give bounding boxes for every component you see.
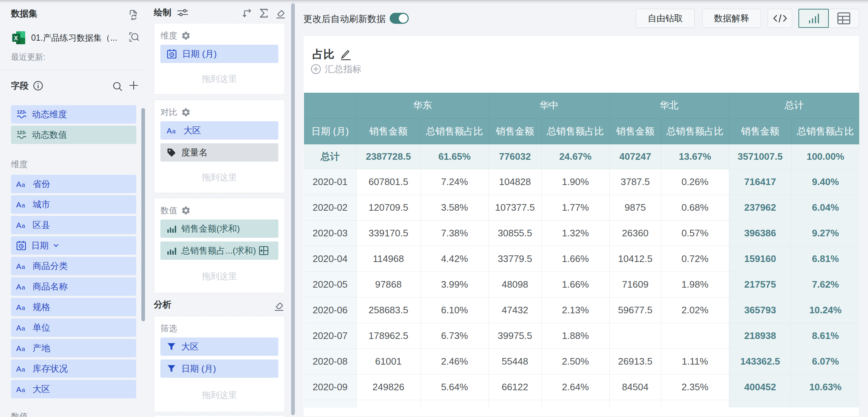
column-header[interactable]: 销售金额 [356,118,420,144]
svg-text:a: a [22,387,25,394]
field-label: 规格 [33,301,50,313]
chart-view-button[interactable] [798,9,829,28]
fields-title: 字段 [11,80,43,92]
table-cell [729,400,791,407]
table-cell: 24.67% [541,144,609,169]
field-search-icon[interactable] [112,81,123,92]
sidebar-field-item[interactable]: Aa库存状况 [11,359,136,378]
sidebar-field-item[interactable]: Aa商品名称 [11,277,136,296]
sidebar-field-item[interactable]: 日期 [11,236,136,255]
sigma-icon[interactable] [259,8,269,19]
table-view-button[interactable] [829,9,859,28]
table-cell: 159160 [729,246,791,272]
info-icon[interactable] [33,81,43,91]
filter-dropzone[interactable]: 筛选大区日期 (月)拖到这里 [154,316,285,412]
column-header[interactable]: 总销售额占比 [420,118,489,144]
svg-text:123: 123 [17,130,25,135]
compare-dropzone[interactable]: 对比Aa大区度量名拖到这里 [154,100,285,193]
field-label: 商品名称 [33,281,68,292]
gear-icon[interactable] [181,107,191,117]
row-header[interactable]: 日期 (月) [304,118,356,144]
table-cell [489,400,541,407]
value-dropzone[interactable]: 数值销售金额(求和)总销售额占...(求和)拖到这里 [154,198,285,293]
shelf-item[interactable]: Aa大区 [160,121,278,140]
table-cell: 218938 [729,323,791,348]
dataset-switch-icon[interactable] [127,9,139,21]
table-cell: 407247 [609,144,661,169]
table-cell: 1.77% [541,195,609,220]
edit-pencil-icon[interactable] [340,49,351,60]
table-cell: 2387728.5 [356,144,420,169]
sliders-icon[interactable] [177,7,189,18]
code-view-button[interactable] [768,9,792,28]
next-dropzone-partial [154,415,285,417]
sidebar-field-item[interactable]: Aa商品分类 [11,257,136,275]
shelf-item[interactable]: 销售金额(求和) [160,219,278,238]
table-cell: 143362.5 [729,348,791,374]
column-header[interactable]: 销售金额 [729,118,791,144]
auto-refresh-toggle[interactable] [390,13,409,24]
dimension-dropzone[interactable]: 维度日期 (月)拖到这里 [154,23,285,95]
dataset-preview-icon[interactable] [128,31,140,43]
shelf-item[interactable]: 大区 [160,337,278,356]
table-row: 2020-041149684.42%33779.51.66%10412.50.7… [304,246,859,272]
bar-chart-icon [807,12,820,25]
analysis-eraser-icon[interactable] [273,300,284,311]
calculator-icon[interactable] [258,245,269,256]
sidebar-field-item[interactable]: Aa大区 [11,380,136,398]
table-cell: 9.40% [791,169,859,195]
text-field-icon: Aa [16,302,28,312]
column-header[interactable]: 总销售额占比 [791,118,859,144]
table-row: 2020-08610012.46%554482.50%26913.51.11%1… [304,348,859,374]
table-cell: 6.73% [420,323,489,348]
table-cell: 2.13% [541,297,609,323]
gear-icon[interactable] [181,31,191,41]
shelf-item-label: 日期 (月) [182,48,217,60]
free-drill-button[interactable]: 自由钻取 [636,9,695,28]
table-cell [661,323,729,348]
table-row: 2020-01607801.57.24%1048281.90%3787.50.2… [304,169,859,195]
group-header[interactable]: 总计 [729,93,859,118]
table-cell: 249826 [356,374,420,400]
table-cell: 3.99% [420,272,489,297]
table-cell: 1.88% [541,323,609,348]
funnel-icon [166,364,177,374]
column-header[interactable]: 总销售额占比 [541,118,609,144]
sidebar-field-item[interactable]: Aa区县 [11,216,136,234]
eraser-icon[interactable] [275,8,286,19]
table-cell: 396386 [729,220,791,246]
group-header[interactable]: 华中 [489,93,609,118]
gear-icon[interactable] [181,206,191,215]
data-explain-button[interactable]: 数据解释 [702,9,761,28]
dataset-row[interactable]: X 01.产品练习数据集（... [12,30,136,45]
table-cell [420,400,489,407]
sidebar-field-dynamic-dimension[interactable]: 123动态维度 [11,105,136,123]
shelf-item[interactable]: 日期 (月) [160,359,278,378]
shelf-item[interactable]: 度量名 [160,143,278,162]
row-label-cell: 2020-01 [304,169,356,195]
summary-metric[interactable]: 汇总指标 [311,63,361,75]
sidebar-field-item[interactable]: Aa产地 [11,339,136,357]
shelf-item[interactable]: 总销售额占...(求和) [160,241,278,260]
dataset-sidebar: 数据集 X 01.产品练习数据集（... 最近更新: 字段 123动态维度123… [0,3,148,417]
sidebar-field-item[interactable]: Aa规格 [11,298,136,316]
sidebar-field-item[interactable]: Aa省份 [11,175,136,193]
bar-chart-icon [166,246,177,256]
pivot-table: 华东华中华北总计日期 (月)销售金额总销售额占比销售金额总销售额占比销售金额总销… [304,93,859,407]
column-header[interactable]: 销售金额 [609,118,661,144]
sidebar-field-item[interactable]: Aa城市 [11,195,136,214]
group-header[interactable]: 华东 [356,93,489,118]
field-add-icon[interactable] [128,80,139,91]
sidebar-field-item[interactable]: Aa单位 [11,318,136,337]
draw-panel-scrollbar[interactable] [291,3,295,415]
column-header[interactable]: 总销售额占比 [661,118,729,144]
corner-arrow-icon[interactable] [242,8,253,19]
dropzone-placeholder: 拖到这里 [160,378,278,412]
shelf-item[interactable]: 日期 (月) [160,45,278,63]
sidebar-scrollbar[interactable] [141,108,145,321]
svg-text:A: A [167,126,172,135]
group-header[interactable]: 华北 [609,93,729,118]
column-header[interactable]: 销售金额 [489,118,541,144]
sidebar-field-dynamic-value[interactable]: 123动态数值 [11,126,136,144]
table-cell: 9875 [609,195,661,220]
